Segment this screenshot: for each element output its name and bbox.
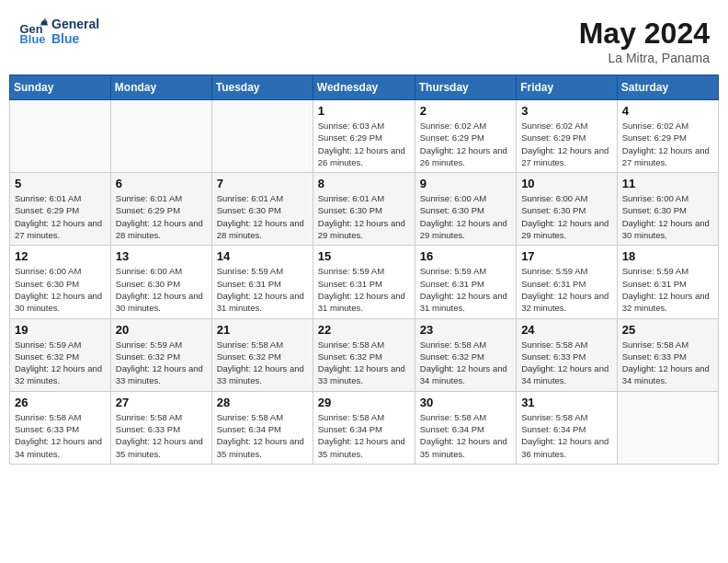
day-number: 26 — [15, 396, 106, 409]
calendar-cell — [211, 100, 313, 173]
day-info: Sunrise: 5:58 AMSunset: 6:32 PMDaylight:… — [217, 339, 308, 387]
calendar-cell: 15Sunrise: 5:59 AMSunset: 6:31 PMDayligh… — [313, 246, 415, 318]
calendar-cell: 21Sunrise: 5:58 AMSunset: 6:32 PMDayligh… — [211, 318, 313, 391]
calendar-cell: 14Sunrise: 5:59 AMSunset: 6:31 PMDayligh… — [211, 246, 313, 318]
calendar-cell: 16Sunrise: 5:59 AMSunset: 6:31 PMDayligh… — [415, 246, 516, 318]
day-info: Sunrise: 6:00 AMSunset: 6:30 PMDaylight:… — [521, 192, 612, 241]
day-number: 6 — [116, 177, 207, 190]
day-info: Sunrise: 5:58 AMSunset: 6:33 PMDaylight:… — [521, 339, 612, 387]
day-number: 8 — [318, 177, 410, 190]
day-number: 16 — [420, 249, 511, 263]
calendar-table: SundayMondayTuesdayWednesdayThursdayFrid… — [9, 75, 719, 465]
weekday-header-wednesday: Wednesday — [313, 75, 415, 100]
month-title: May 2024 — [579, 17, 710, 51]
title-area: May 2024 La Mitra, Panama — [579, 17, 710, 65]
day-info: Sunrise: 6:00 AMSunset: 6:30 PMDaylight:… — [622, 192, 713, 241]
calendar-cell: 23Sunrise: 5:58 AMSunset: 6:32 PMDayligh… — [415, 318, 516, 391]
calendar-cell: 4Sunrise: 6:02 AMSunset: 6:29 PMDaylight… — [617, 100, 718, 173]
calendar-cell — [617, 391, 718, 464]
day-number: 27 — [116, 396, 207, 409]
weekday-header-tuesday: Tuesday — [211, 75, 313, 100]
weekday-header-row: SundayMondayTuesdayWednesdayThursdayFrid… — [10, 75, 719, 100]
day-info: Sunrise: 5:58 AMSunset: 6:34 PMDaylight:… — [521, 411, 612, 460]
day-number: 31 — [521, 396, 612, 409]
day-info: Sunrise: 5:58 AMSunset: 6:33 PMDaylight:… — [622, 339, 713, 387]
day-info: Sunrise: 5:59 AMSunset: 6:31 PMDaylight:… — [521, 265, 612, 314]
day-number: 29 — [318, 396, 410, 409]
day-number: 20 — [116, 323, 207, 337]
page-header: Gen Blue General Blue May 2024 La Mitra,… — [9, 9, 719, 71]
logo-icon: Gen Blue — [18, 17, 48, 46]
day-number: 2 — [420, 104, 511, 118]
weekday-header-thursday: Thursday — [415, 75, 516, 100]
calendar-cell: 30Sunrise: 5:58 AMSunset: 6:34 PMDayligh… — [415, 391, 516, 464]
calendar-cell: 2Sunrise: 6:02 AMSunset: 6:29 PMDaylight… — [415, 100, 516, 173]
calendar-cell: 31Sunrise: 5:58 AMSunset: 6:34 PMDayligh… — [517, 391, 618, 464]
calendar-week-3: 12Sunrise: 6:00 AMSunset: 6:30 PMDayligh… — [10, 246, 719, 318]
day-info: Sunrise: 5:59 AMSunset: 6:31 PMDaylight:… — [420, 265, 511, 314]
day-info: Sunrise: 6:03 AMSunset: 6:29 PMDaylight:… — [318, 120, 410, 168]
day-number: 10 — [521, 177, 612, 190]
location: La Mitra, Panama — [579, 51, 710, 65]
day-number: 7 — [217, 177, 308, 190]
weekday-header-monday: Monday — [110, 75, 211, 100]
day-info: Sunrise: 6:00 AMSunset: 6:30 PMDaylight:… — [116, 265, 207, 314]
day-info: Sunrise: 6:02 AMSunset: 6:29 PMDaylight:… — [420, 120, 511, 168]
day-number: 14 — [217, 249, 308, 263]
day-info: Sunrise: 5:59 AMSunset: 6:31 PMDaylight:… — [622, 265, 713, 314]
day-info: Sunrise: 6:02 AMSunset: 6:29 PMDaylight:… — [521, 120, 612, 168]
day-info: Sunrise: 5:58 AMSunset: 6:33 PMDaylight:… — [116, 411, 207, 460]
calendar-cell: 9Sunrise: 6:00 AMSunset: 6:30 PMDaylight… — [415, 173, 516, 246]
logo: Gen Blue General Blue — [18, 17, 99, 46]
day-info: Sunrise: 5:59 AMSunset: 6:31 PMDaylight:… — [217, 265, 308, 314]
day-info: Sunrise: 6:01 AMSunset: 6:29 PMDaylight:… — [15, 192, 106, 241]
calendar-cell: 13Sunrise: 6:00 AMSunset: 6:30 PMDayligh… — [110, 246, 211, 318]
day-info: Sunrise: 5:58 AMSunset: 6:34 PMDaylight:… — [318, 411, 410, 460]
day-number: 13 — [116, 249, 207, 263]
day-info: Sunrise: 5:58 AMSunset: 6:34 PMDaylight:… — [420, 411, 511, 460]
weekday-header-sunday: Sunday — [10, 75, 111, 100]
day-info: Sunrise: 6:01 AMSunset: 6:29 PMDaylight:… — [116, 192, 207, 241]
calendar-cell: 19Sunrise: 5:59 AMSunset: 6:32 PMDayligh… — [10, 318, 111, 391]
day-info: Sunrise: 5:58 AMSunset: 6:34 PMDaylight:… — [217, 411, 308, 460]
day-info: Sunrise: 6:01 AMSunset: 6:30 PMDaylight:… — [318, 192, 410, 241]
day-number: 17 — [521, 249, 612, 263]
calendar-cell: 10Sunrise: 6:00 AMSunset: 6:30 PMDayligh… — [517, 173, 618, 246]
calendar-cell: 25Sunrise: 5:58 AMSunset: 6:33 PMDayligh… — [617, 318, 718, 391]
day-info: Sunrise: 6:00 AMSunset: 6:30 PMDaylight:… — [15, 265, 106, 314]
calendar-cell: 22Sunrise: 5:58 AMSunset: 6:32 PMDayligh… — [313, 318, 415, 391]
day-info: Sunrise: 6:00 AMSunset: 6:30 PMDaylight:… — [420, 192, 511, 241]
day-info: Sunrise: 5:59 AMSunset: 6:31 PMDaylight:… — [318, 265, 410, 314]
logo-text-line1: General — [51, 17, 99, 31]
calendar-cell: 1Sunrise: 6:03 AMSunset: 6:29 PMDaylight… — [313, 100, 415, 173]
day-info: Sunrise: 6:01 AMSunset: 6:30 PMDaylight:… — [217, 192, 308, 241]
day-number: 3 — [521, 104, 612, 118]
day-number: 30 — [420, 396, 511, 409]
calendar-cell: 3Sunrise: 6:02 AMSunset: 6:29 PMDaylight… — [517, 100, 618, 173]
day-number: 11 — [622, 177, 713, 190]
calendar-cell: 26Sunrise: 5:58 AMSunset: 6:33 PMDayligh… — [10, 391, 111, 464]
day-number: 23 — [420, 323, 511, 337]
day-info: Sunrise: 5:59 AMSunset: 6:32 PMDaylight:… — [15, 339, 106, 387]
day-number: 25 — [622, 323, 713, 337]
calendar-cell: 5Sunrise: 6:01 AMSunset: 6:29 PMDaylight… — [10, 173, 111, 246]
calendar-week-2: 5Sunrise: 6:01 AMSunset: 6:29 PMDaylight… — [10, 173, 719, 246]
day-number: 12 — [15, 249, 106, 263]
day-number: 24 — [521, 323, 612, 337]
calendar-cell: 6Sunrise: 6:01 AMSunset: 6:29 PMDaylight… — [110, 173, 211, 246]
calendar-cell: 7Sunrise: 6:01 AMSunset: 6:30 PMDaylight… — [211, 173, 313, 246]
calendar-cell: 29Sunrise: 5:58 AMSunset: 6:34 PMDayligh… — [313, 391, 415, 464]
weekday-header-friday: Friday — [517, 75, 618, 100]
day-number: 4 — [622, 104, 713, 118]
day-number: 1 — [318, 104, 410, 118]
day-number: 22 — [318, 323, 410, 337]
day-number: 19 — [15, 323, 106, 337]
day-info: Sunrise: 5:58 AMSunset: 6:33 PMDaylight:… — [15, 411, 106, 460]
calendar-cell: 12Sunrise: 6:00 AMSunset: 6:30 PMDayligh… — [10, 246, 111, 318]
calendar-week-5: 26Sunrise: 5:58 AMSunset: 6:33 PMDayligh… — [10, 391, 719, 464]
calendar-cell: 27Sunrise: 5:58 AMSunset: 6:33 PMDayligh… — [110, 391, 211, 464]
weekday-header-saturday: Saturday — [617, 75, 718, 100]
calendar-cell — [110, 100, 211, 173]
svg-text:Blue: Blue — [20, 32, 46, 46]
calendar-week-1: 1Sunrise: 6:03 AMSunset: 6:29 PMDaylight… — [10, 100, 719, 173]
